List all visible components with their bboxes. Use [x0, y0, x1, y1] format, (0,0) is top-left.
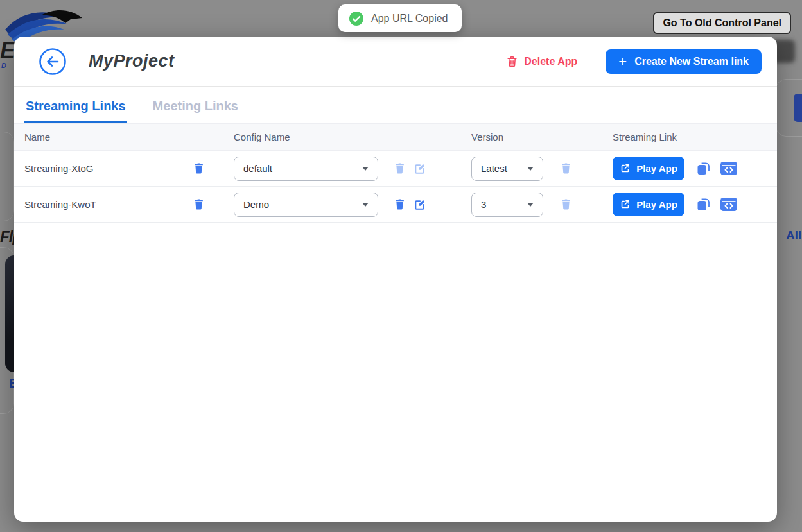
- external-link-icon: [620, 199, 631, 210]
- column-header-name: Name: [24, 132, 234, 142]
- config-name-value: default: [243, 163, 272, 174]
- chevron-down-icon: [527, 203, 534, 207]
- config-name-value: Demo: [243, 199, 269, 210]
- copy-icon: [696, 160, 711, 176]
- version-value: 3: [481, 199, 486, 210]
- delete-stream-button[interactable]: [193, 162, 205, 175]
- modal-header: MyProject Delete App + Create New Stream…: [14, 37, 777, 87]
- version-select[interactable]: Latest: [471, 157, 543, 181]
- embed-code-button[interactable]: [720, 198, 737, 211]
- stream-name: Streaming-KwoT: [24, 199, 193, 210]
- version-select[interactable]: 3: [471, 193, 543, 217]
- tab-streaming-links[interactable]: Streaming Links: [24, 99, 127, 123]
- table-row: Streaming-KwoT Demo: [14, 187, 777, 223]
- tab-bar: Streaming Links Meeting Links: [14, 87, 777, 123]
- edit-icon: [414, 198, 426, 211]
- play-app-label: Play App: [636, 199, 677, 210]
- play-app-button[interactable]: Play App: [613, 157, 684, 180]
- go-to-old-control-panel-button[interactable]: Go To Old Control Panel: [653, 12, 791, 34]
- trash-icon: [560, 162, 572, 175]
- toast-notification: App URL Copied: [338, 4, 462, 32]
- arrow-left-icon: [39, 47, 67, 76]
- column-header-version: Version: [471, 132, 613, 142]
- delete-config-button[interactable]: [394, 162, 406, 175]
- toast-message: App URL Copied: [371, 13, 448, 24]
- version-value: Latest: [481, 163, 507, 174]
- edit-icon: [414, 162, 426, 175]
- trash-icon: [193, 162, 205, 175]
- delete-stream-button[interactable]: [193, 198, 205, 211]
- tab-meeting-links[interactable]: Meeting Links: [152, 99, 240, 123]
- code-window-icon: [720, 162, 737, 175]
- background-card-left: [0, 132, 14, 221]
- delete-app-label: Delete App: [524, 56, 577, 67]
- create-new-stream-link-button[interactable]: + Create New Stream link: [606, 49, 762, 74]
- edit-config-button[interactable]: [414, 162, 426, 175]
- background-card-right: [776, 79, 802, 137]
- edit-config-button[interactable]: [414, 198, 426, 211]
- trash-icon: [394, 162, 406, 175]
- delete-version-button[interactable]: [560, 198, 572, 211]
- config-name-select[interactable]: Demo: [234, 193, 378, 217]
- logo-tagline-fragment: D: [1, 62, 6, 69]
- embed-code-button[interactable]: [720, 162, 737, 175]
- chevron-down-icon: [362, 167, 369, 171]
- chevron-down-icon: [362, 203, 369, 207]
- trash-icon: [560, 198, 572, 211]
- trash-icon: [193, 198, 205, 211]
- plus-icon: +: [618, 55, 627, 69]
- table-row: Streaming-XtoG default: [14, 151, 777, 187]
- create-new-stream-link-label: Create New Stream link: [634, 56, 749, 67]
- trash-icon: [394, 198, 406, 211]
- copy-link-button[interactable]: [696, 160, 711, 176]
- column-header-config-name: Config Name: [234, 132, 471, 142]
- stream-name: Streaming-XtoG: [24, 163, 193, 174]
- chevron-down-icon: [527, 167, 534, 171]
- delete-version-button[interactable]: [560, 162, 572, 175]
- copy-link-button[interactable]: [696, 196, 711, 212]
- play-app-label: Play App: [636, 163, 677, 174]
- code-window-icon: [720, 198, 737, 211]
- table-header-row: Name Config Name Version Streaming Link: [14, 123, 777, 151]
- external-link-icon: [620, 163, 631, 174]
- column-header-streaming-link: Streaming Link: [613, 132, 767, 142]
- delete-app-button[interactable]: Delete App: [506, 55, 577, 68]
- page-title: MyProject: [89, 51, 175, 71]
- check-circle-icon: [349, 11, 364, 26]
- delete-config-button[interactable]: [394, 198, 406, 211]
- back-button[interactable]: [39, 47, 67, 76]
- copy-icon: [696, 196, 711, 212]
- project-modal: MyProject Delete App + Create New Stream…: [14, 37, 777, 522]
- view-all-link-fragment: All: [786, 228, 801, 243]
- play-app-button[interactable]: Play App: [613, 193, 684, 216]
- trash-outline-icon: [506, 55, 518, 68]
- config-name-select[interactable]: default: [234, 157, 378, 181]
